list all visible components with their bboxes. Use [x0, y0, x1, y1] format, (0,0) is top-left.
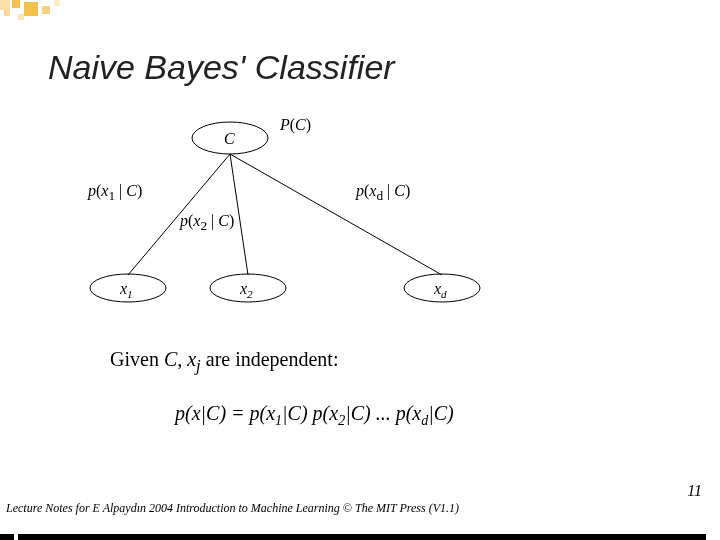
node-x1-label: x1	[120, 280, 133, 300]
edge-label-x2: p(x2 | C)	[180, 212, 234, 234]
node-root-label: C	[224, 130, 235, 148]
factorization-equation: p(x|C) = p(x1|C) p(x2|C) ... p(xd|C)	[175, 402, 454, 429]
edge-label-x1: p(x1 | C)	[88, 182, 142, 204]
footer-accent-bar	[18, 534, 706, 540]
edge-label-xd: p(xd | C)	[356, 182, 410, 204]
page-number: 11	[687, 482, 702, 500]
footer-citation: Lecture Notes for E Alpaydın 2004 Introd…	[6, 501, 459, 516]
footer-accent-left	[0, 534, 14, 540]
independence-statement: Given C, xj are independent:	[110, 348, 338, 376]
node-x2-label: x2	[240, 280, 253, 300]
bayes-network-diagram: C P(C) x1 x2 xd p(x1 | C) p(x2 | C) p(xd…	[80, 108, 510, 318]
node-xd-label: xd	[434, 280, 447, 300]
root-prior-label: P(C)	[280, 116, 311, 134]
corner-decoration	[0, 0, 100, 30]
svg-line-3	[230, 154, 442, 275]
slide-title: Naive Bayes' Classifier	[48, 48, 395, 87]
